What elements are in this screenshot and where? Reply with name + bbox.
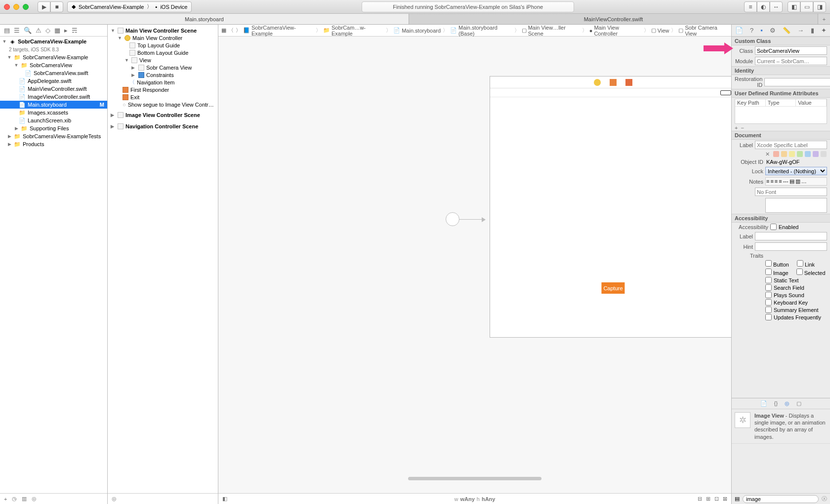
identity-inspector-tab[interactable]: ▪ <box>760 27 763 34</box>
remove-attr-button[interactable]: − <box>741 125 744 131</box>
align-right-icon[interactable]: ≡ <box>775 178 778 185</box>
file-main-storyboard[interactable]: 📄Main.storyboardM <box>0 101 107 109</box>
jump-bar[interactable]: ▦ 〈 〉 📘SobrCameraView-Example〉 📁SobrCam…… <box>218 25 731 37</box>
library-item-imageview[interactable]: ✲ Image View - Displays a single image, … <box>732 409 830 444</box>
add-attr-button[interactable]: + <box>735 125 738 131</box>
first-responder-icon[interactable] <box>610 79 617 86</box>
sobr-camera-view[interactable]: ▶Sobr Camera View <box>108 64 218 71</box>
align-button[interactable]: ⊟ <box>698 496 702 502</box>
lock-select[interactable]: Inherited - (Nothing) <box>765 167 827 175</box>
navigation-item[interactable]: 〈Navigation Item <box>108 78 218 86</box>
nav-test-icon[interactable]: ◇ <box>45 27 50 34</box>
pin-button[interactable]: ⊞ <box>706 496 710 502</box>
size-class-h[interactable]: hAny <box>482 496 496 502</box>
library-filter-input[interactable] <box>743 495 819 503</box>
nav-search-icon[interactable]: 🔍 <box>24 27 32 34</box>
add-button[interactable]: + <box>4 496 7 502</box>
filter-scm-icon[interactable]: ▥ <box>22 496 27 502</box>
editor-version-button[interactable]: ↔ <box>770 1 783 12</box>
scene-nav[interactable]: ▶Navigation Controller Scene <box>108 122 218 130</box>
lib-media-tab[interactable]: ▢ <box>796 400 801 407</box>
library-view-mode-icon[interactable]: ▤ <box>735 496 740 502</box>
close-window-button[interactable] <box>4 4 10 10</box>
run-button[interactable]: ▶ <box>38 1 50 12</box>
top-layout-guide[interactable]: Top Layout Guide <box>108 41 218 49</box>
view[interactable]: ▼View <box>108 56 218 64</box>
trait-selected[interactable] <box>796 269 803 275</box>
quickhelp-tab[interactable]: ? <box>750 27 753 34</box>
nav-debug-icon[interactable]: ▦ <box>54 27 60 34</box>
main-view-controller[interactable]: ▼Main View Controller <box>108 34 218 41</box>
group-products[interactable]: ▶📁Products <box>0 140 107 148</box>
restoration-id-field[interactable] <box>764 78 830 86</box>
clear-filter-icon[interactable]: ⓧ <box>822 495 827 503</box>
minimize-window-button[interactable] <box>13 4 19 10</box>
acc-hint-field[interactable] <box>755 242 827 251</box>
class-field[interactable] <box>755 46 827 55</box>
trait-image[interactable] <box>765 269 772 275</box>
notes-textarea[interactable] <box>765 198 827 213</box>
first-responder[interactable]: First Responder <box>108 86 218 93</box>
nav-issue-icon[interactable]: ⚠ <box>36 27 42 34</box>
nav-project-icon[interactable]: ▤ <box>4 27 10 34</box>
toggle-navigator-button[interactable]: ◧ <box>788 1 800 12</box>
trait-summary[interactable] <box>765 307 772 313</box>
project-root[interactable]: ▼◈SobrCameraView-Example <box>0 38 107 45</box>
tab-add-button[interactable]: + <box>818 14 830 24</box>
nav-breakpoint-icon[interactable]: ▸ <box>64 27 68 34</box>
file-appdelegate[interactable]: 📄AppDelegate.swift <box>0 77 107 85</box>
toggle-debug-button[interactable]: ▭ <box>800 1 813 12</box>
viewcontroller-icon[interactable] <box>594 79 601 86</box>
file-sobrcameraview-swift[interactable]: 📄SobrCameraView.swift <box>0 69 107 77</box>
file-assets[interactable]: 📁Images.xcassets <box>0 109 107 116</box>
group-sobr[interactable]: ▼📁SobrCameraView <box>0 61 107 69</box>
lib-file-tab[interactable]: 📄 <box>760 400 767 407</box>
group-supporting[interactable]: ▶📁Supporting Files <box>0 124 107 132</box>
storyboard-canvas[interactable]: Capture <box>218 37 731 493</box>
group-tests[interactable]: ▶📁SobrCameraView-ExampleTests <box>0 132 107 140</box>
trait-key[interactable] <box>765 299 772 306</box>
trait-link[interactable] <box>797 260 803 267</box>
trait-plays[interactable] <box>765 292 772 298</box>
align-justify-icon[interactable]: ≡ <box>779 178 782 185</box>
scene-image[interactable]: ▶Image View Controller Scene <box>108 111 218 118</box>
bottom-layout-guide[interactable]: Bottom Layout Guide <box>108 49 218 56</box>
resolve-button[interactable]: ⊡ <box>714 496 719 502</box>
align-center-icon[interactable]: ≡ <box>770 178 773 185</box>
file-launchscreen[interactable]: 📄LaunchScreen.xib <box>0 116 107 124</box>
back-button[interactable]: 〈 <box>228 27 234 34</box>
bindings-inspector-tab[interactable]: ▮ <box>811 27 814 34</box>
attributes-inspector-tab[interactable]: ⚙ <box>770 27 776 34</box>
trait-static[interactable] <box>765 277 772 283</box>
exit[interactable]: Exit <box>108 93 218 101</box>
trait-updates[interactable] <box>765 314 772 320</box>
indent-icon[interactable]: ▥ <box>795 178 800 185</box>
font-field[interactable] <box>755 188 827 196</box>
tab-mainviewcontroller[interactable]: MainViewController.swift <box>409 14 818 24</box>
size-class-w[interactable]: wAny <box>460 496 474 502</box>
trait-search[interactable] <box>765 284 772 291</box>
lib-code-tab[interactable]: {} <box>774 400 778 406</box>
resize-button[interactable]: ⊠ <box>723 496 727 502</box>
toggle-utilities-button[interactable]: ◨ <box>813 1 826 12</box>
runtime-attributes-table[interactable]: Key PathTypeValue <box>735 99 827 124</box>
list-icon[interactable]: ▤ <box>789 178 794 185</box>
group-app[interactable]: ▼📁SobrCameraView-Example <box>0 53 107 61</box>
nav-symbol-icon[interactable]: ☰ <box>14 27 20 34</box>
toggle-outline-button[interactable]: ◧ <box>222 496 227 502</box>
outline-filter-icon[interactable]: ◎ <box>112 496 117 502</box>
file-mainvc[interactable]: 📄MainViewController.swift <box>0 85 107 93</box>
doc-label-field[interactable] <box>755 141 827 149</box>
horizontal-scrollbar[interactable] <box>408 477 541 480</box>
trait-button[interactable] <box>765 260 772 267</box>
accessibility-enabled-checkbox[interactable] <box>770 224 777 230</box>
file-inspector-tab[interactable]: 📄 <box>735 27 743 34</box>
forward-button[interactable]: 〉 <box>236 27 241 34</box>
constraints[interactable]: ▶Constraints <box>108 71 218 78</box>
scene-main-view[interactable]: Capture <box>490 76 731 338</box>
acc-label-field[interactable] <box>755 232 827 240</box>
filter-recent-icon[interactable]: ◷ <box>12 496 17 502</box>
tab-main-storyboard[interactable]: Main.storyboard <box>0 14 409 24</box>
segue-arrow-in[interactable] <box>446 209 485 229</box>
scheme-selector[interactable]: ◆ SobrCameraView-Example 〉 ▪ iOS Device <box>67 1 192 12</box>
